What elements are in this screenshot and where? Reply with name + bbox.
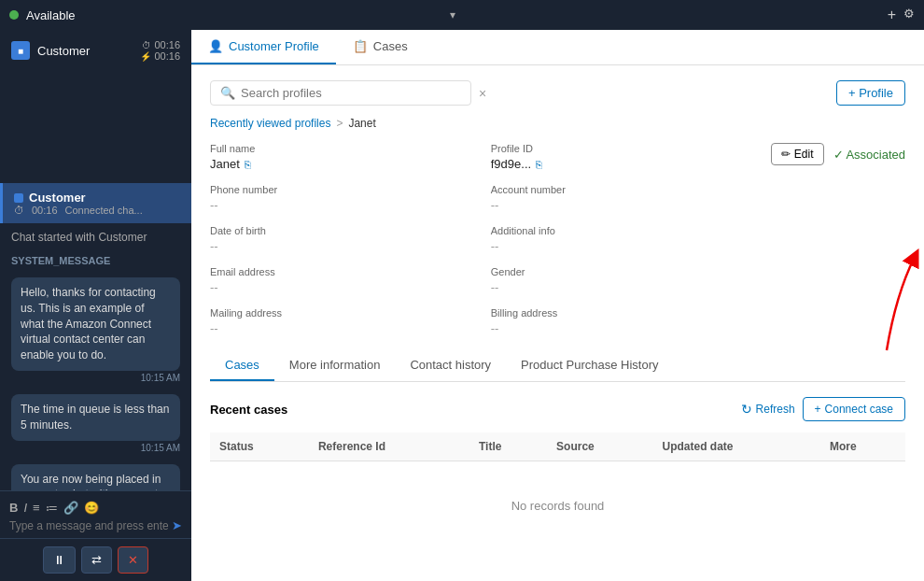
additional-field: Additional info -- [491, 225, 753, 253]
transfer-icon: ⇄ [91, 553, 102, 567]
add-icon[interactable]: + [888, 7, 896, 23]
mailing-label: Mailing address [210, 307, 472, 319]
breadcrumb-current: Janet [348, 117, 375, 130]
hold-icon: ⏸ [53, 553, 65, 567]
message-bubble-1: Hello, thanks for contacting us. This is… [11, 277, 180, 371]
dob-label: Date of birth [210, 225, 472, 236]
profile-id-label: Profile ID [491, 143, 753, 154]
additional-value: -- [491, 239, 753, 253]
message-bubble-2: The time in queue is less than 5 minutes… [11, 394, 180, 441]
profile-id-copy-icon[interactable]: ⎘ [536, 159, 542, 170]
phone-field: Phone number -- [210, 184, 472, 212]
email-field: Email address -- [210, 266, 472, 294]
transfer-button[interactable]: ⇄ [81, 546, 112, 574]
message-time-2: 10:15 AM [11, 443, 180, 453]
settings-icon[interactable]: ⚙ [903, 7, 915, 23]
active-chat-connected: Connected cha... [65, 205, 143, 216]
chat-messages: Hello, thanks for contacting us. This is… [0, 270, 191, 490]
status-indicator [9, 10, 19, 20]
hold-button[interactable]: ⏸ [43, 546, 76, 574]
profile-actions: ✏ Edit ✓ Associated [771, 143, 905, 165]
customer-name: Customer [37, 44, 133, 58]
emoji-icon[interactable]: 😊 [84, 501, 99, 515]
phone-label: Phone number [210, 184, 472, 195]
customer-times: ⏱ 00:16 ⚡ 00:16 [140, 39, 180, 62]
italic-icon[interactable]: I [23, 501, 27, 515]
content-area: 🔍 × + Profile Recently viewed profiles >… [191, 65, 924, 581]
search-clear-icon[interactable]: × [479, 86, 486, 101]
chat-started-label: Chat started with Customer [0, 223, 191, 251]
sub-tab-more-info[interactable]: More information [274, 350, 396, 381]
active-chat-bar[interactable]: Customer ⏱ 00:16 Connected cha... [0, 183, 191, 223]
customer-list-item[interactable]: ■ Customer ⏱ 00:16 ⚡ 00:16 [0, 30, 191, 71]
customer-icon: ■ [11, 41, 30, 60]
profile-section: Full name Janet ⎘ Profile ID f9d9e... ⎘ [210, 143, 905, 335]
profile-id-field: Profile ID f9d9e... ⎘ [491, 143, 753, 171]
top-bar: Available ▾ + ⚙ [0, 0, 924, 30]
active-chat-name: Customer [29, 191, 86, 205]
connect-case-plus-icon: + [815, 403, 821, 416]
col-status: Status [210, 432, 309, 461]
chat-message-2: The time in queue is less than 5 minutes… [0, 390, 191, 457]
unordered-list-icon[interactable]: ≡ [33, 501, 40, 515]
search-icon: 🔍 [220, 86, 235, 100]
add-profile-button[interactable]: + Profile [836, 80, 905, 106]
link-icon[interactable]: 🔗 [63, 501, 78, 515]
full-name-copy-icon[interactable]: ⎘ [245, 159, 251, 170]
full-name-label: Full name [210, 143, 472, 154]
breadcrumb-link[interactable]: Recently viewed profiles [210, 117, 330, 130]
tab-customer-profile[interactable]: 👤 Customer Profile [191, 30, 336, 64]
billing-label: Billing address [491, 307, 753, 319]
full-name-value: Janet ⎘ [210, 157, 472, 171]
chat-message-3: You are now being placed in queue to cha… [0, 461, 191, 490]
ordered-list-icon[interactable]: ≔ [46, 501, 58, 515]
tab-cases[interactable]: 📋 Cases [336, 30, 425, 64]
sub-tab-product-history[interactable]: Product Purchase History [506, 350, 673, 381]
col-reference-id: Reference Id [309, 432, 469, 461]
breadcrumb: Recently viewed profiles > Janet [210, 117, 905, 130]
system-message-label: SYSTEM_MESSAGE [0, 251, 191, 270]
cases-header: Recent cases ↻ Refresh + Connect case [210, 397, 905, 421]
additional-label: Additional info [491, 225, 753, 236]
gender-label: Gender [491, 266, 753, 277]
account-value: -- [491, 198, 753, 212]
customer-profile-tab-icon: 👤 [208, 39, 223, 53]
sub-tabs: Cases More information Contact history P… [210, 350, 905, 382]
edit-profile-button[interactable]: ✏ Edit [771, 143, 823, 165]
profile-fields: Full name Janet ⎘ Profile ID f9d9e... ⎘ [210, 143, 752, 335]
col-source: Source [547, 432, 652, 461]
end-button[interactable]: ✕ [118, 546, 148, 574]
chat-actions: ⏸ ⇄ ✕ [0, 538, 191, 581]
refresh-icon: ↻ [741, 402, 752, 417]
tab-bar: 👤 Customer Profile 📋 Cases [191, 30, 924, 65]
cases-tab-icon: 📋 [353, 39, 368, 53]
message-time-1: 10:15 AM [11, 373, 180, 383]
left-sidebar: ■ Customer ⏱ 00:16 ⚡ 00:16 Customer [0, 30, 191, 581]
connect-case-label: Connect case [825, 403, 893, 416]
sub-tab-cases[interactable]: Cases [210, 350, 274, 381]
search-box[interactable]: 🔍 [210, 80, 471, 106]
account-field: Account number -- [491, 184, 753, 212]
email-value: -- [210, 280, 472, 294]
account-label: Account number [491, 184, 753, 195]
profile-id-value: f9d9e... ⎘ [491, 157, 753, 171]
bold-icon[interactable]: B [9, 501, 18, 515]
breadcrumb-separator: > [336, 117, 343, 130]
refresh-button[interactable]: ↻ Refresh [734, 398, 803, 420]
active-chat-time: 00:16 [32, 205, 58, 216]
sub-tab-contact-history[interactable]: Contact history [395, 350, 506, 381]
full-name-field: Full name Janet ⎘ [210, 143, 472, 171]
end-icon: ✕ [128, 553, 138, 567]
status-chevron[interactable]: ▾ [450, 8, 455, 21]
time2: 00:16 [154, 50, 180, 62]
gender-value: -- [491, 280, 753, 294]
search-input[interactable] [241, 86, 461, 100]
chat-input[interactable] [9, 519, 168, 532]
send-icon[interactable]: ➤ [172, 518, 182, 532]
cases-table: Status Reference Id Title Source Updated… [210, 432, 905, 550]
chat-toolbar: B I ≡ ≔ 🔗 😊 [9, 497, 182, 518]
col-more: More [820, 432, 905, 461]
connect-case-button[interactable]: + Connect case [803, 397, 905, 421]
dob-value: -- [210, 239, 472, 253]
time1: 00:16 [154, 39, 180, 50]
